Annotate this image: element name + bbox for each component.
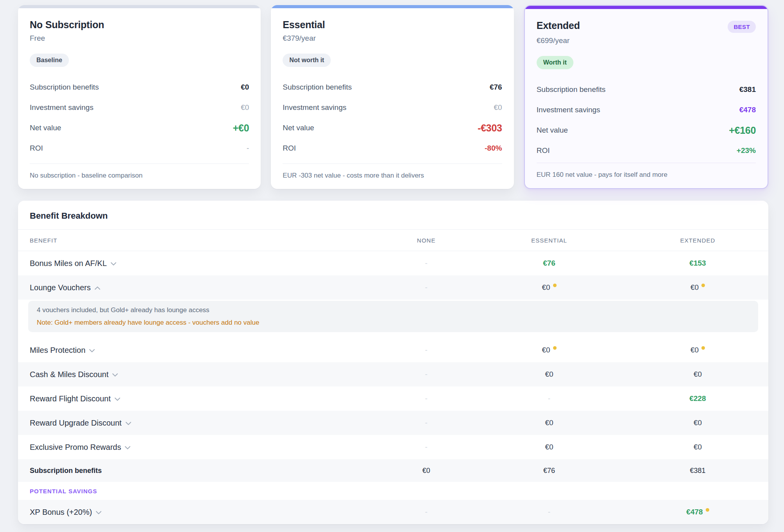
table-row: Reward Flight Discount - - €228	[18, 386, 768, 411]
table-row: Exclusive Promo Rewards - €0 €0	[18, 435, 768, 459]
chevron-down-icon	[115, 397, 120, 401]
plan-card-essential: Essential €379/year Not worth it Subscri…	[271, 5, 514, 189]
metric-value: -80%	[485, 144, 502, 153]
expanded-benefit-detail: 4 vouchers included, but Gold+ already h…	[18, 300, 768, 338]
metric-value: €478	[739, 106, 756, 114]
metric-value: €76	[490, 83, 502, 92]
status-badge: Not worth it	[283, 54, 331, 67]
metric-row: Investment savings €0	[30, 97, 249, 118]
status-badge: Worth it	[537, 56, 573, 69]
table-row: Miles Protection - €0 €0	[18, 338, 768, 362]
value-extended: €0	[611, 443, 768, 451]
benefit-name-label: Exclusive Promo Rewards	[30, 443, 121, 452]
plan-metrics: Subscription benefits €76 Investment sav…	[283, 77, 502, 158]
metric-label: Subscription benefits	[283, 83, 351, 92]
card-accent-bar	[271, 5, 514, 8]
benefit-name-label: XP Bonus (+20%)	[30, 508, 92, 517]
subtotal-row: Subscription benefits €0 €76 €381	[18, 459, 768, 482]
benefit-row-toggle[interactable]: Bonus Miles on AF/KL	[30, 259, 365, 268]
plan-price: €699/year	[537, 36, 756, 45]
plan-price: €379/year	[283, 34, 502, 43]
value-essential: €76	[488, 259, 611, 268]
benefit-note-box: 4 vouchers included, but Gold+ already h…	[28, 301, 758, 332]
metric-row: Subscription benefits €0	[30, 77, 249, 97]
benefit-row-toggle[interactable]: Cash & Miles Discount	[30, 370, 365, 379]
plan-metrics: Subscription benefits €0 Investment savi…	[30, 77, 249, 158]
benefit-name-label: Lounge Vouchers	[30, 283, 91, 292]
table-row: Bonus Miles on AF/KL - €76 €153	[18, 251, 768, 275]
value-none: -	[365, 419, 488, 427]
subtotal-none: €0	[365, 467, 488, 475]
value-essential: €0	[488, 419, 611, 427]
plan-metrics: Subscription benefits €381 Investment sa…	[537, 79, 756, 161]
benefit-row-toggle[interactable]: Exclusive Promo Rewards	[30, 443, 365, 452]
value-extended: €0	[611, 370, 768, 379]
table-row: XP Bonus (+20%) - - €478	[18, 500, 768, 524]
metric-label: Net value	[30, 124, 61, 132]
column-header-extended: EXTENDED	[611, 237, 768, 244]
metric-row: Subscription benefits €381	[537, 79, 756, 100]
plan-card-extended: Extended BEST €699/year Worth it Subscri…	[524, 5, 768, 189]
plan-cards-row: No Subscription Free Baseline Subscripti…	[18, 5, 768, 189]
chevron-down-icon	[112, 373, 118, 377]
metric-label: Net value	[537, 126, 568, 135]
metric-value: €0	[241, 103, 249, 112]
value-none: -	[365, 394, 488, 403]
chevron-down-icon	[125, 446, 130, 449]
metric-label: ROI	[30, 144, 43, 153]
card-accent-bar	[525, 6, 768, 9]
value-extended: €153	[611, 259, 768, 268]
benefit-row-toggle[interactable]: XP Bonus (+20%)	[30, 508, 365, 517]
metric-row: Net value +€160	[537, 120, 756, 140]
benefit-row-toggle[interactable]: Lounge Vouchers	[30, 283, 365, 292]
warning-dot-icon	[553, 346, 557, 350]
column-header-none: NONE	[365, 237, 488, 244]
value-essential: €0	[488, 370, 611, 379]
value-extended: €228	[611, 394, 768, 403]
metric-value: +€0	[233, 122, 249, 134]
chevron-down-icon	[89, 349, 95, 352]
chevron-down-icon	[111, 262, 116, 266]
benefit-row-toggle[interactable]: Miles Protection	[30, 346, 365, 355]
warning-dot-icon	[701, 346, 705, 350]
plan-card-no-subscription: No Subscription Free Baseline Subscripti…	[18, 5, 261, 189]
chevron-down-icon	[96, 511, 101, 514]
plan-title: Extended	[537, 20, 580, 31]
metric-row: Subscription benefits €76	[283, 77, 502, 97]
metric-label: Investment savings	[537, 106, 600, 114]
value-none: -	[365, 346, 488, 354]
table-row: Reward Upgrade Discount - €0 €0	[18, 411, 768, 435]
plan-footer-note: EUR -303 net value - costs more than it …	[283, 164, 502, 180]
metric-row: Net value -€303	[283, 118, 502, 138]
benefit-row-toggle[interactable]: Reward Upgrade Discount	[30, 419, 365, 428]
metric-row: ROI -	[30, 138, 249, 158]
warning-dot-icon	[701, 284, 705, 287]
plan-footer-note: EUR 160 net value - pays for itself and …	[537, 163, 756, 179]
subscription-comparison-page: No Subscription Free Baseline Subscripti…	[0, 0, 784, 524]
metric-row: ROI -80%	[283, 138, 502, 158]
metric-row: Investment savings €0	[283, 97, 502, 118]
best-badge: BEST	[728, 21, 756, 33]
benefit-description: 4 vouchers included, but Gold+ already h…	[37, 306, 750, 315]
value-none: -	[365, 259, 488, 268]
benefit-warning-note: Note: Gold+ members already have lounge …	[37, 318, 750, 327]
benefit-row-toggle[interactable]: Reward Flight Discount	[30, 394, 365, 403]
table-title: Benefit Breakdown	[18, 201, 768, 230]
metric-value: €0	[241, 83, 249, 92]
plan-footer-note: No subscription - baseline comparison	[30, 164, 249, 180]
metric-label: Investment savings	[283, 103, 346, 112]
metric-row: Net value +€0	[30, 118, 249, 138]
plan-title: No Subscription	[30, 19, 104, 31]
value-extended: €0	[611, 283, 768, 292]
benefit-name-label: Cash & Miles Discount	[30, 370, 108, 379]
benefit-name-label: Miles Protection	[30, 346, 85, 355]
benefit-name-label: Reward Flight Discount	[30, 394, 111, 403]
metric-label: ROI	[283, 144, 296, 153]
warning-dot-icon	[553, 284, 557, 287]
table-row: Cash & Miles Discount - €0 €0	[18, 362, 768, 386]
card-accent-bar	[18, 5, 261, 8]
value-essential: -	[488, 508, 611, 516]
metric-value: -€303	[478, 122, 502, 134]
metric-row: ROI +23%	[537, 140, 756, 161]
value-extended: €0	[611, 419, 768, 427]
